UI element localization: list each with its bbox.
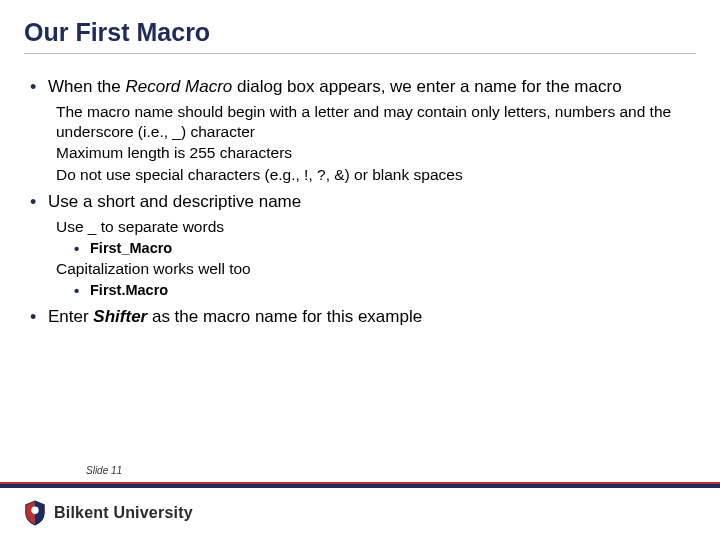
university-name: Bilkent University — [54, 504, 193, 522]
bullet-2: Use a short and descriptive name Use _ t… — [24, 191, 696, 300]
bullet-3: Enter Shifter as the macro name for this… — [24, 306, 696, 328]
svg-point-0 — [31, 507, 38, 514]
bullet-2-sub-2: Capitalization works well too First.Macr… — [56, 259, 696, 299]
bullet-1-text-pre: When the — [48, 77, 126, 96]
bullet-1-text-post: dialog box appears, we enter a name for … — [232, 77, 621, 96]
footer-accent-bar — [0, 482, 720, 488]
example-first-macro-caps: First.Macro — [74, 281, 696, 300]
slide: Our First Macro When the Record Macro di… — [0, 0, 720, 540]
bullet-1-sub-1: The macro name should begin with a lette… — [56, 102, 696, 142]
bullet-2-text: Use a short and descriptive name — [48, 192, 301, 211]
bullet-2-sub-1: Use _ to separate words First_Macro — [56, 217, 696, 257]
example-first-macro-underscore: First_Macro — [74, 239, 696, 258]
bullet-1-emphasis: Record Macro — [126, 77, 233, 96]
bullet-3-text-pre: Enter — [48, 307, 93, 326]
bullet-2-sub-1-examples: First_Macro — [74, 239, 696, 258]
bullet-1-sub-3: Do not use special characters (e.g., !, … — [56, 165, 696, 185]
bullet-3-emphasis: Shifter — [93, 307, 147, 326]
bullet-2-sub-1-text: Use _ to separate words — [56, 218, 224, 235]
bullet-1-sublist: The macro name should begin with a lette… — [56, 102, 696, 185]
bullet-1-sub-2: Maximum length is 255 characters — [56, 143, 696, 163]
slide-number: Slide 11 — [86, 465, 122, 476]
bullet-2-sub-2-text: Capitalization works well too — [56, 260, 251, 277]
bullet-2-sub-2-examples: First.Macro — [74, 281, 696, 300]
bullet-3-text-post: as the macro name for this example — [147, 307, 422, 326]
slide-body: When the Record Macro dialog box appears… — [24, 76, 696, 327]
bullet-1: When the Record Macro dialog box appears… — [24, 76, 696, 185]
university-crest-icon — [24, 500, 46, 526]
slide-title: Our First Macro — [24, 18, 696, 54]
bullet-2-sublist: Use _ to separate words First_Macro Capi… — [56, 217, 696, 300]
footer-logo-area: Bilkent University — [24, 500, 193, 526]
bullet-list: When the Record Macro dialog box appears… — [24, 76, 696, 327]
